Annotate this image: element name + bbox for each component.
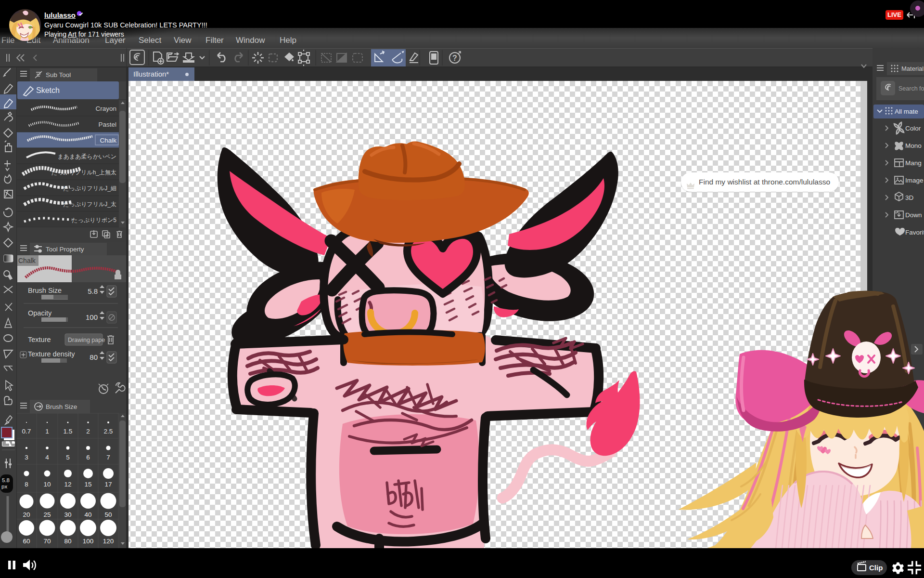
- svg-text:Opacity: Opacity: [28, 309, 52, 317]
- svg-text:15: 15: [84, 481, 91, 488]
- svg-text:Clip: Clip: [869, 564, 883, 572]
- svg-text:25: 25: [43, 511, 51, 518]
- svg-text:Chalk: Chalk: [100, 137, 116, 144]
- svg-text:px: px: [1, 484, 7, 489]
- svg-text:3: 3: [25, 454, 28, 461]
- svg-text:50: 50: [104, 511, 112, 518]
- svg-text:Color: Color: [905, 125, 921, 132]
- svg-text:Drawing pape: Drawing pape: [68, 337, 105, 343]
- svg-text:Texture: Texture: [28, 336, 51, 343]
- svg-text:70: 70: [43, 538, 51, 545]
- svg-text:Sub Tool: Sub Tool: [46, 71, 71, 79]
- svg-text:60: 60: [23, 538, 30, 545]
- svg-text:20: 20: [23, 511, 30, 518]
- svg-text:Brush Size: Brush Size: [28, 287, 62, 294]
- svg-text:3D: 3D: [905, 194, 914, 201]
- svg-text:120: 120: [103, 538, 114, 545]
- svg-text:8: 8: [25, 481, 28, 488]
- svg-text:Crayon: Crayon: [95, 105, 116, 112]
- svg-text:12: 12: [64, 481, 71, 488]
- svg-text:40: 40: [84, 511, 91, 518]
- svg-text:100: 100: [83, 538, 94, 545]
- svg-text:Pastel: Pastel: [98, 121, 116, 128]
- svg-text:6: 6: [86, 454, 90, 461]
- svg-text:Tool Property: Tool Property: [46, 246, 84, 253]
- svg-text:4: 4: [45, 454, 49, 461]
- svg-text:Material:: Material:: [901, 65, 924, 72]
- svg-text:80: 80: [64, 538, 71, 545]
- svg-text:1.5: 1.5: [64, 428, 73, 435]
- svg-text:Down: Down: [905, 211, 922, 219]
- svg-text:たっぷりリボン5: たっぷりリボン5: [72, 217, 116, 223]
- svg-text:5.8: 5.8: [2, 477, 10, 483]
- svg-text:たっぷりフリルJ_細: たっぷりフリルJ_細: [63, 185, 116, 192]
- svg-text:Texture density: Texture density: [28, 350, 75, 358]
- svg-text:0.7: 0.7: [22, 428, 31, 435]
- svg-text:たっぷりフリルh_上無太: たっぷりフリルh_上無太: [51, 169, 116, 176]
- svg-text:2: 2: [86, 428, 90, 435]
- svg-text:?: ?: [452, 54, 457, 62]
- svg-text:Favorite: Favorite: [905, 229, 924, 236]
- svg-text:30: 30: [64, 511, 71, 518]
- svg-text:Sketch: Sketch: [36, 86, 60, 94]
- svg-text:5: 5: [66, 454, 70, 461]
- svg-text:Mang: Mang: [905, 159, 922, 167]
- svg-text:Brush Size: Brush Size: [46, 403, 77, 410]
- svg-text:80: 80: [90, 353, 98, 361]
- svg-text:100: 100: [86, 313, 98, 321]
- svg-text:Search for m: Search for m: [898, 85, 924, 92]
- svg-text:17: 17: [104, 481, 112, 488]
- svg-text:2.5: 2.5: [104, 428, 113, 435]
- svg-text:Image: Image: [905, 177, 924, 184]
- svg-text:10: 10: [43, 481, 51, 488]
- svg-text:All mate: All mate: [895, 108, 918, 115]
- svg-text:5.8: 5.8: [88, 287, 98, 295]
- svg-text:7: 7: [106, 454, 110, 461]
- svg-text:Chalk: Chalk: [18, 257, 36, 264]
- svg-text:1: 1: [45, 428, 49, 435]
- svg-text:Mono: Mono: [905, 142, 922, 149]
- svg-text:まあまあ柔らかいペン: まあまあ柔らかいペン: [57, 153, 116, 160]
